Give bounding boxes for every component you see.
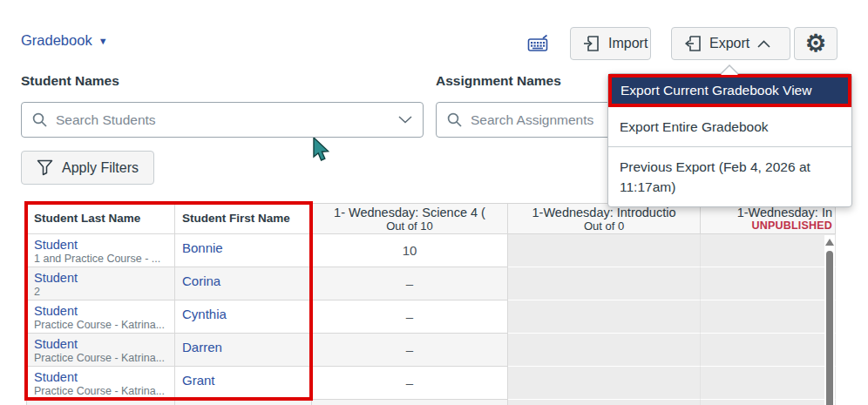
student-first-name-link[interactable]: Corina: [182, 273, 304, 288]
import-button-label: Import: [608, 36, 648, 51]
student-last-name-cell: StudentPractice Course - Katrina...: [27, 367, 175, 400]
grade-cell-disabled: [508, 267, 701, 300]
column-header-assignment-4[interactable]: 1-Wednesday: InUNPUBLISHED: [701, 204, 836, 234]
student-link[interactable]: Student: [34, 238, 167, 253]
grade-cell-disabled: [701, 234, 836, 267]
student-first-name-cell: Corina: [175, 267, 312, 300]
table-row: StudentPractice Course - Katrina...Darre…: [27, 334, 836, 367]
search-students-input[interactable]: [56, 112, 390, 128]
student-last-name-cell: StudentPractice Course - Katrina...: [27, 334, 175, 367]
student-course-subtext: 1 and Practice Course - ...: [34, 253, 167, 266]
student-link[interactable]: Student: [34, 304, 167, 319]
student-course-subtext: Practice Course - Katrina...: [34, 352, 167, 365]
grade-cell-disabled: [508, 234, 701, 267]
student-first-name-cell: Grant: [175, 367, 312, 400]
student-first-name-link[interactable]: Grant: [182, 373, 304, 388]
export-button-label: Export: [709, 36, 749, 51]
column-header-student-last-name[interactable]: Student Last Name: [27, 204, 175, 234]
column-header-assignment-3[interactable]: 1-Wednesday: IntroductioOut of 0: [508, 204, 701, 234]
column-header-assignment-2[interactable]: 1- Wednesday: Science 4 (Out of 10: [312, 204, 508, 234]
grade-cell[interactable]: –: [312, 334, 508, 367]
student-first-name-cell: Darren: [175, 334, 312, 367]
student-search-combobox[interactable]: [21, 102, 424, 138]
student-course-subtext: 2: [34, 286, 167, 299]
student-last-name-cell: StudentPractice Course - Katrina...: [27, 300, 175, 334]
import-button[interactable]: Import: [570, 27, 651, 60]
grade-cell[interactable]: –: [312, 367, 508, 400]
export-menu-item-0[interactable]: Export Current Gradebook View: [608, 74, 851, 107]
points-possible-label: Out of 10: [312, 219, 507, 233]
partial-cell: [508, 400, 701, 405]
export-menu-items: Export Current Gradebook ViewExport Enti…: [608, 74, 851, 206]
search-icon: [32, 112, 47, 127]
gradebook-dropdown[interactable]: Gradebook ▼: [21, 32, 108, 49]
table-row: Student1 and Practice Course - ...Bonnie…: [27, 234, 836, 267]
table-row-partial: [27, 400, 836, 405]
unpublished-badge: UNPUBLISHED: [701, 219, 832, 232]
grade-cell-disabled: [701, 334, 836, 367]
gradebook-screen: Gradebook ▼ Import: [0, 0, 868, 405]
student-first-name-cell: Bonnie: [175, 234, 312, 267]
export-menu-item-2[interactable]: Previous Export (Feb 4, 2026 at 11:17am): [608, 147, 851, 206]
student-first-name-link[interactable]: Bonnie: [182, 240, 304, 255]
student-link[interactable]: Student: [34, 370, 167, 385]
student-last-name-cell: Student2: [27, 267, 175, 300]
grade-cell-disabled: [508, 367, 701, 400]
export-menu: Export Current Gradebook ViewExport Enti…: [607, 73, 852, 207]
partial-cell: [701, 400, 836, 405]
student-first-name-cell: Cynthia: [175, 300, 312, 334]
chevron-down-icon[interactable]: [398, 116, 412, 124]
table-row: Student2Corina–: [27, 267, 836, 300]
gear-icon: ⚙: [805, 32, 826, 56]
export-button[interactable]: Export: [671, 27, 790, 60]
export-icon: [684, 35, 702, 52]
grade-cell-disabled: [508, 300, 701, 334]
grade-cell[interactable]: 10: [312, 234, 508, 267]
apply-filters-button[interactable]: Apply Filters: [21, 151, 154, 185]
column-header-student-first-name[interactable]: Student First Name: [175, 204, 312, 234]
apply-filters-label: Apply Filters: [62, 160, 139, 176]
chevron-up-icon: [757, 40, 770, 48]
assignment-title: 1-Wednesday: In: [701, 206, 832, 219]
grid-header-row: Student Last NameStudent First Name1- We…: [27, 204, 836, 234]
grade-cell[interactable]: –: [312, 267, 508, 300]
partial-cell: [27, 400, 175, 405]
scrollbar-up-arrow-icon[interactable]: [825, 239, 834, 246]
grade-cell[interactable]: –: [312, 300, 508, 334]
partial-cell: [312, 400, 508, 405]
grade-cell-disabled: [508, 334, 701, 367]
student-course-subtext: Practice Course - Katrina...: [34, 385, 167, 398]
student-course-subtext: Practice Course - Katrina...: [34, 319, 167, 332]
search-icon: [447, 112, 462, 127]
student-names-label: Student Names: [21, 73, 119, 89]
gradebook-settings-button[interactable]: ⚙: [794, 27, 837, 60]
gradebook-dropdown-label: Gradebook: [21, 32, 92, 49]
student-last-name-cell: Student1 and Practice Course - ...: [27, 234, 175, 267]
partial-cell: [175, 400, 312, 405]
points-possible-label: Out of 0: [508, 219, 700, 233]
scrollbar-thumb[interactable]: [826, 251, 833, 405]
student-first-name-link[interactable]: Darren: [182, 340, 304, 354]
table-row: StudentPractice Course - Katrina...Cynth…: [27, 300, 836, 334]
student-first-name-link[interactable]: Cynthia: [182, 307, 304, 321]
mouse-cursor: [312, 138, 331, 162]
keyboard-shortcuts-icon[interactable]: [526, 34, 551, 55]
chevron-down-icon: ▼: [98, 36, 108, 46]
filter-funnel-icon: [37, 159, 53, 176]
assignment-title: 1-Wednesday: Introductio: [508, 206, 700, 219]
student-link[interactable]: Student: [34, 337, 167, 352]
grade-cell-disabled: [701, 367, 836, 400]
gradebook-grid: Student Last NameStudent First Name1- We…: [26, 203, 836, 405]
import-icon: [583, 35, 600, 52]
assignment-names-label: Assignment Names: [436, 73, 561, 89]
assignment-title: 1- Wednesday: Science 4 (: [312, 206, 507, 219]
student-link[interactable]: Student: [34, 271, 167, 286]
table-row: StudentPractice Course - Katrina...Grant…: [27, 367, 836, 400]
export-menu-item-1[interactable]: Export Entire Gradebook: [608, 107, 851, 146]
grade-cell-disabled: [701, 300, 836, 334]
grade-cell-disabled: [701, 267, 836, 300]
vertical-scrollbar[interactable]: [824, 235, 835, 405]
